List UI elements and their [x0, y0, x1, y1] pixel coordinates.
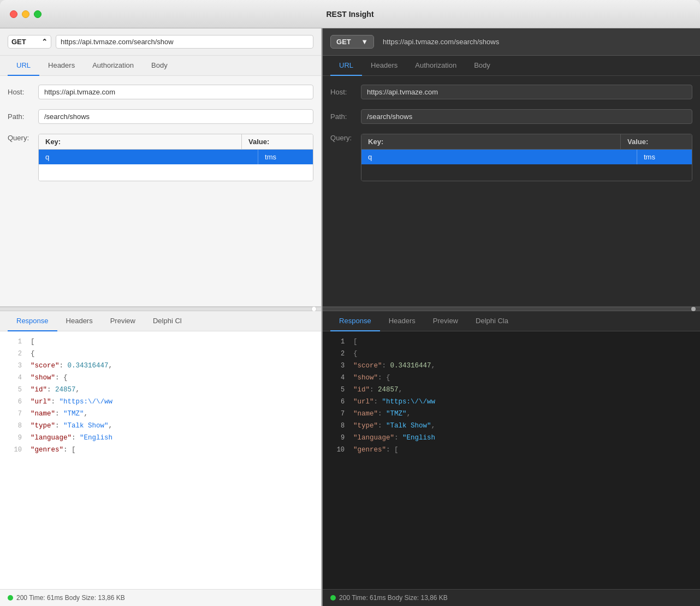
query-label-left: Query:: [8, 134, 38, 142]
query-table-right: Key: Value: q tms: [361, 134, 692, 181]
code-line: 7 "name": "TMZ",: [0, 410, 321, 422]
code-line: 9 "language": "English: [323, 434, 700, 446]
method-label-right: GET: [336, 38, 351, 46]
path-label-right: Path:: [330, 112, 361, 121]
tab-response-left[interactable]: Response: [8, 311, 57, 331]
code-line: 7 "name": "TMZ",: [323, 410, 700, 422]
code-line: 1[: [323, 338, 700, 350]
titlebar: REST Insight: [0, 0, 700, 28]
query-key-cell-left-0: q: [39, 150, 258, 164]
query-section-left: Query: Key: Value: q tms: [8, 134, 313, 181]
window-body: GET ⌃ https://api.tvmaze.com/search/show…: [0, 28, 700, 606]
code-line: 3 "score": 0.34316447,: [323, 362, 700, 374]
status-bar-left: 200 Time: 61ms Body Size: 13,86 KB: [0, 589, 321, 606]
query-key-header-right: Key:: [361, 134, 621, 149]
query-row-left-0[interactable]: q tms: [39, 150, 313, 164]
method-label-left: GET: [11, 38, 26, 46]
tab-preview-left[interactable]: Preview: [102, 311, 144, 331]
tab-url-right[interactable]: URL: [330, 56, 362, 76]
code-view-left: 1[2 {3 "score": 0.34316447,4 "show": {5 …: [0, 331, 321, 589]
url-input-left[interactable]: https://api.tvmaze.com/search/show: [56, 35, 313, 49]
host-label-right: Host:: [330, 88, 361, 96]
query-value-header-left: Value:: [242, 134, 313, 149]
query-row-empty-left: [39, 164, 313, 181]
tabs-right: URL Headers Authorization Body: [323, 56, 700, 76]
code-line: 2 {: [0, 350, 321, 362]
code-line: 10 "genres": [: [0, 446, 321, 458]
host-value-left[interactable]: https://api.tvmaze.com: [38, 85, 313, 99]
host-label-left: Host:: [8, 88, 38, 96]
tab-resp-headers-right[interactable]: Headers: [380, 311, 424, 331]
method-chevron-left: ⌃: [41, 38, 48, 46]
query-key-header-left: Key:: [39, 134, 242, 149]
tab-resp-headers-left[interactable]: Headers: [57, 311, 102, 331]
request-section-left: GET ⌃ https://api.tvmaze.com/search/show…: [0, 28, 321, 307]
method-chevron-right: ▼: [361, 38, 368, 46]
response-section-right: Response Headers Preview Delphi Cla 1[2 …: [323, 311, 700, 606]
status-dot-left: [8, 595, 13, 601]
query-table-left: Key: Value: q tms: [38, 134, 313, 181]
method-select-left[interactable]: GET ⌃: [8, 35, 51, 49]
code-line: 4 "show": {: [323, 374, 700, 386]
traffic-lights: [10, 10, 41, 18]
path-value-right[interactable]: /search/shows: [361, 109, 692, 124]
query-header-left: Key: Value:: [39, 134, 313, 150]
query-header-right: Key: Value:: [361, 134, 692, 150]
window-title: REST Insight: [326, 10, 373, 19]
host-row-left: Host: https://api.tvmaze.com: [8, 85, 313, 99]
tab-delphi-left[interactable]: Delphi Cl: [144, 311, 191, 331]
tab-authorization-left[interactable]: Authorization: [84, 56, 143, 76]
url-input-right[interactable]: https://api.tvmaze.com/search/shows: [378, 35, 692, 48]
query-value-cell-right-0: tms: [637, 150, 692, 164]
url-bar-right: GET ▼ https://api.tvmaze.com/search/show…: [323, 28, 700, 56]
close-button[interactable]: [10, 10, 17, 18]
tab-preview-right[interactable]: Preview: [424, 311, 467, 331]
code-line: 4 "show": {: [0, 374, 321, 386]
panel-left: GET ⌃ https://api.tvmaze.com/search/show…: [0, 28, 322, 606]
status-dot-right: [330, 595, 336, 601]
query-row-right-0[interactable]: q tms: [361, 150, 692, 164]
content-right: Host: https://api.tvmaze.com Path: /sear…: [323, 76, 700, 306]
query-value-cell-left-0: tms: [258, 150, 313, 164]
status-text-left: 200 Time: 61ms Body Size: 13,86 KB: [16, 594, 125, 602]
divider-handle-right[interactable]: [691, 307, 696, 311]
maximize-button[interactable]: [34, 10, 41, 18]
path-row-right: Path: /search/shows: [330, 109, 692, 124]
query-section-right: Query: Key: Value: q tms: [330, 134, 692, 181]
code-line: 6 "url": "https:\/\/ww: [0, 398, 321, 410]
code-line: 1[: [0, 338, 321, 350]
code-line: 9 "language": "English: [0, 434, 321, 446]
code-line: 8 "type": "Talk Show",: [323, 422, 700, 434]
response-tabs-left: Response Headers Preview Delphi Cl: [0, 311, 321, 331]
h-divider-right: [323, 307, 700, 311]
minimize-button[interactable]: [22, 10, 29, 18]
query-row-empty-right: [361, 164, 692, 181]
url-bar-left: GET ⌃ https://api.tvmaze.com/search/show: [0, 28, 321, 56]
query-label-right: Query:: [330, 134, 361, 142]
host-row-right: Host: https://api.tvmaze.com: [330, 85, 692, 99]
response-section-left: Response Headers Preview Delphi Cl 1[2 {…: [0, 311, 321, 606]
method-select-right[interactable]: GET ▼: [330, 35, 374, 49]
code-line: 3 "score": 0.34316447,: [0, 362, 321, 374]
tab-headers-right[interactable]: Headers: [362, 56, 406, 76]
path-row-left: Path: /search/shows: [8, 109, 313, 124]
response-tabs-right: Response Headers Preview Delphi Cla: [323, 311, 700, 331]
tabs-left: URL Headers Authorization Body: [0, 56, 321, 76]
tab-body-left[interactable]: Body: [143, 56, 176, 76]
code-line: 5 "id": 24857,: [323, 386, 700, 398]
request-section-right: GET ▼ https://api.tvmaze.com/search/show…: [323, 28, 700, 307]
tab-body-right[interactable]: Body: [465, 56, 499, 76]
tab-authorization-right[interactable]: Authorization: [406, 56, 465, 76]
tab-delphi-right[interactable]: Delphi Cla: [467, 311, 517, 331]
tab-headers-left[interactable]: Headers: [39, 56, 84, 76]
path-value-left[interactable]: /search/shows: [38, 109, 313, 124]
host-value-right[interactable]: https://api.tvmaze.com: [361, 85, 692, 99]
status-text-right: 200 Time: 61ms Body Size: 13,86 KB: [339, 594, 448, 602]
status-bar-right: 200 Time: 61ms Body Size: 13,86 KB: [323, 589, 700, 606]
tab-response-right[interactable]: Response: [330, 311, 380, 331]
code-line: 5 "id": 24857,: [0, 386, 321, 398]
code-line: 6 "url": "https:\/\/ww: [323, 398, 700, 410]
tab-url-left[interactable]: URL: [8, 56, 39, 76]
query-key-cell-right-0: q: [361, 150, 637, 164]
content-left: Host: https://api.tvmaze.com Path: /sear…: [0, 76, 321, 306]
